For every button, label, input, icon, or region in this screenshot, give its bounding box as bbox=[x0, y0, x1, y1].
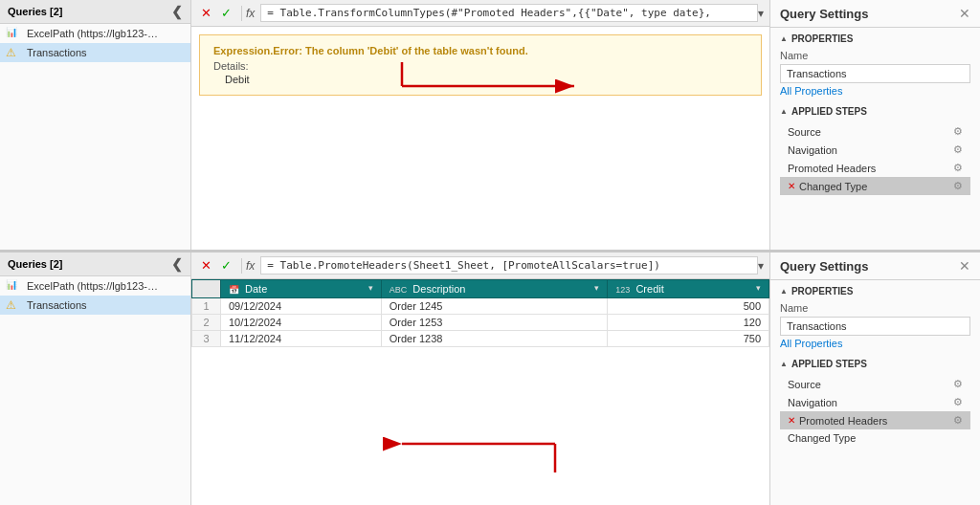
error-details-label-p1: Details: bbox=[213, 60, 747, 72]
sidebar-item-transactions-p1[interactable]: ⚠ Transactions bbox=[0, 43, 190, 62]
col-header-rownum-p2 bbox=[192, 280, 221, 298]
row-2-desc-p2: Order 1253 bbox=[381, 315, 608, 331]
step-promoted-headers-p2[interactable]: ✕Promoted Headers ⚙ bbox=[780, 411, 970, 429]
sidebar-collapse-panel2[interactable]: ❮ bbox=[171, 256, 183, 272]
formula-sep-p2 bbox=[241, 258, 242, 274]
step-promoted-headers-p1[interactable]: Promoted Headers ⚙ bbox=[780, 159, 970, 177]
col-header-credit-p2[interactable]: 123 Credit ▾ bbox=[608, 280, 769, 298]
main-content-panel1: ✕ ✓ fx ▾ Expression.Error: The column 'D… bbox=[191, 0, 769, 250]
sidebar-panel2: Queries [2] ❮ 📊 ExcelPath (https://lgb12… bbox=[0, 252, 191, 505]
step-promoted-headers-label-p2: ✕Promoted Headers bbox=[788, 415, 953, 427]
step-source-gear-p1[interactable]: ⚙ bbox=[953, 125, 963, 138]
excel-icon-p2: 📊 bbox=[6, 279, 23, 293]
qs-close-p2[interactable]: ✕ bbox=[959, 258, 970, 274]
formula-fx-p2: fx bbox=[246, 259, 255, 273]
step-changed-type-label-p1: ✕Changed Type bbox=[788, 181, 953, 192]
sidebar-item-excelpath-p1[interactable]: 📊 ExcelPath (https://lgb123-my.shar... bbox=[0, 24, 190, 43]
row-1-desc-p2: Order 1245 bbox=[381, 298, 608, 315]
sidebar-title-panel2: Queries [2] bbox=[8, 258, 62, 270]
qs-close-p1[interactable]: ✕ bbox=[959, 6, 970, 21]
row-1-date-p2: 09/12/2024 bbox=[221, 298, 382, 315]
qs-properties-title-p2: PROPERTIES bbox=[780, 286, 970, 296]
step-navigation-label-p2: Navigation bbox=[788, 397, 953, 408]
col-header-date-p2[interactable]: 📅 Date ▾ bbox=[221, 280, 382, 298]
confirm-button-p2[interactable]: ✓ bbox=[217, 257, 235, 274]
qs-properties-title-p1: PROPERTIES bbox=[780, 33, 970, 44]
error-title-p1: Expression.Error: The column 'Debit' of … bbox=[213, 45, 747, 56]
sidebar-collapse-panel1[interactable]: ❮ bbox=[171, 4, 183, 19]
date-type-icon-p2: 📅 bbox=[229, 285, 239, 295]
step-navigation-p2[interactable]: Navigation ⚙ bbox=[780, 393, 970, 411]
step-navigation-p1[interactable]: Navigation ⚙ bbox=[780, 141, 970, 159]
step-changed-type-gear-p1[interactable]: ⚙ bbox=[953, 180, 963, 192]
row-num-3-p2: 3 bbox=[192, 331, 221, 347]
sidebar-item-transactions-p2[interactable]: ⚠ Transactions bbox=[0, 296, 190, 315]
qs-header-p2: Query Settings ✕ bbox=[770, 252, 980, 280]
formula-input-p1[interactable] bbox=[260, 4, 758, 22]
qs-steps-title-p2: APPLIED STEPS bbox=[780, 359, 970, 369]
step-source-p1[interactable]: Source ⚙ bbox=[780, 122, 970, 141]
row-2-credit-p2: 120 bbox=[608, 315, 769, 331]
query-settings-panel1: Query Settings ✕ PROPERTIES Name All Pro… bbox=[769, 0, 980, 250]
excel-icon-p1: 📊 bbox=[6, 27, 23, 40]
cancel-button-p1[interactable]: ✕ bbox=[197, 5, 215, 21]
step-changed-type-p2[interactable]: Changed Type bbox=[780, 429, 970, 447]
error-detail-value-p1: Debit bbox=[213, 74, 747, 85]
warning-icon-p1: ⚠ bbox=[6, 46, 23, 59]
desc-filter-icon-p2[interactable]: ▾ bbox=[594, 283, 599, 293]
step-source-label-p1: Source bbox=[788, 126, 953, 138]
cancel-button-p2[interactable]: ✕ bbox=[197, 257, 215, 274]
step-x-icon-p1: ✕ bbox=[788, 181, 795, 191]
qs-name-input-p1[interactable] bbox=[780, 64, 970, 83]
qs-header-p1: Query Settings ✕ bbox=[770, 0, 980, 28]
sidebar-item-excelpath-p2[interactable]: 📊 ExcelPath (https://lgb123-my.shar... bbox=[0, 276, 190, 296]
row-3-credit-p2: 750 bbox=[608, 331, 769, 347]
sidebar-header-panel1: Queries [2] ❮ bbox=[0, 0, 190, 24]
formula-sep-p1 bbox=[241, 6, 242, 21]
data-table-p2: 📅 Date ▾ ABC Description ▾ 123 bbox=[191, 279, 769, 347]
step-x-icon-p2: ✕ bbox=[788, 415, 795, 426]
step-changed-type-p1[interactable]: ✕Changed Type ⚙ bbox=[780, 177, 970, 195]
formula-dropdown-p1[interactable]: ▾ bbox=[758, 7, 764, 20]
table-row: 2 10/12/2024 Order 1253 120 bbox=[192, 315, 769, 331]
qs-all-properties-link-p1[interactable]: All Properties bbox=[780, 85, 970, 97]
desc-type-icon-p2: ABC bbox=[390, 285, 408, 295]
steps-list-p1: Source ⚙ Navigation ⚙ Promoted Headers ⚙… bbox=[780, 122, 970, 195]
qs-name-label-p2: Name bbox=[780, 302, 970, 314]
table-row: 1 09/12/2024 Order 1245 500 bbox=[192, 298, 769, 315]
error-area-p1: Expression.Error: The column 'Debit' of … bbox=[199, 34, 762, 96]
step-navigation-label-p1: Navigation bbox=[788, 144, 953, 156]
step-navigation-gear-p2[interactable]: ⚙ bbox=[953, 396, 963, 408]
qs-steps-section-p1: APPLIED STEPS Source ⚙ Navigation ⚙ Prom… bbox=[770, 100, 980, 199]
qs-all-properties-link-p2[interactable]: All Properties bbox=[780, 338, 970, 349]
formula-dropdown-p2[interactable]: ▾ bbox=[758, 259, 764, 273]
step-source-label-p2: Source bbox=[788, 379, 953, 390]
step-promoted-headers-gear-p1[interactable]: ⚙ bbox=[953, 162, 963, 174]
qs-properties-section-p1: PROPERTIES Name All Properties bbox=[770, 28, 980, 100]
qs-title-p2: Query Settings bbox=[780, 259, 868, 274]
query-settings-panel2: Query Settings ✕ PROPERTIES Name All Pro… bbox=[769, 252, 980, 505]
step-source-gear-p2[interactable]: ⚙ bbox=[953, 378, 963, 390]
step-changed-type-label-p2: Changed Type bbox=[788, 432, 963, 444]
credit-filter-icon-p2[interactable]: ▾ bbox=[756, 283, 761, 293]
step-source-p2[interactable]: Source ⚙ bbox=[780, 375, 970, 393]
formula-bar-panel1: ✕ ✓ fx ▾ bbox=[191, 0, 769, 27]
row-3-desc-p2: Order 1238 bbox=[381, 331, 608, 347]
row-3-date-p2: 11/12/2024 bbox=[221, 331, 382, 347]
row-2-date-p2: 10/12/2024 bbox=[221, 315, 382, 331]
qs-name-label-p1: Name bbox=[780, 50, 970, 61]
credit-type-icon-p2: 123 bbox=[615, 285, 630, 295]
date-filter-icon-p2[interactable]: ▾ bbox=[368, 283, 373, 293]
table-row: 3 11/12/2024 Order 1238 750 bbox=[192, 331, 769, 347]
data-table-area-p2: 📅 Date ▾ ABC Description ▾ 123 bbox=[191, 279, 769, 505]
row-num-1-p2: 1 bbox=[192, 298, 221, 315]
sidebar-label-transactions-p2: Transactions bbox=[27, 299, 87, 311]
sidebar-header-panel2: Queries [2] ❮ bbox=[0, 252, 190, 276]
step-navigation-gear-p1[interactable]: ⚙ bbox=[953, 143, 963, 156]
confirm-button-p1[interactable]: ✓ bbox=[217, 5, 235, 21]
col-header-description-p2[interactable]: ABC Description ▾ bbox=[381, 280, 608, 298]
qs-name-input-p2[interactable] bbox=[780, 317, 970, 336]
qs-steps-section-p2: APPLIED STEPS Source ⚙ Navigation ⚙ ✕Pro… bbox=[770, 353, 980, 450]
step-promoted-headers-gear-p2[interactable]: ⚙ bbox=[953, 414, 963, 427]
formula-input-p2[interactable] bbox=[260, 256, 758, 274]
